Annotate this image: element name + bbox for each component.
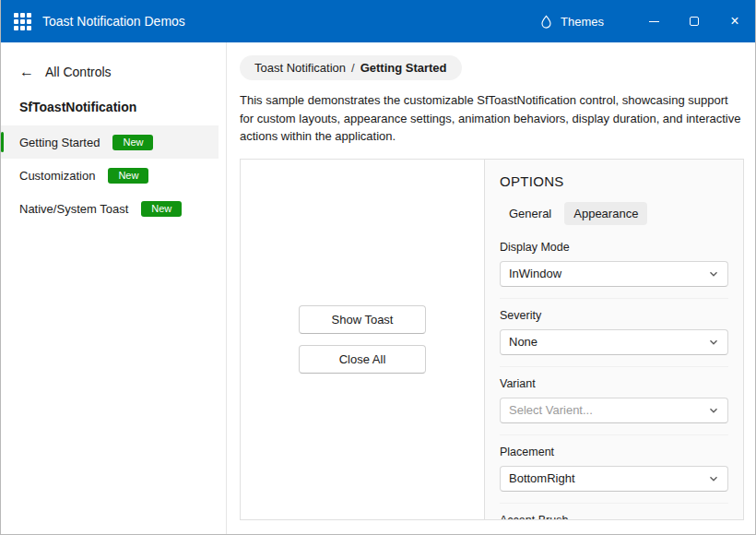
back-label: All Controls [45,65,112,79]
show-toast-button[interactable]: Show Toast [299,305,426,334]
chevron-down-icon [708,337,719,348]
placement-select[interactable]: BottomRight [500,466,728,492]
sidebar-item-getting-started[interactable]: Getting Started New [1,125,219,159]
field-label: Accent Brush [500,514,728,520]
demo-area: Show Toast Close All [241,160,484,520]
minimize-button[interactable] [633,0,674,42]
maximize-icon [690,17,699,26]
field-label: Severity [500,309,728,322]
breadcrumb-current: Getting Started [360,61,447,75]
field-variant: Variant Select Varient... [500,366,728,423]
sidebar-section-title: SfToastNotification [1,100,226,114]
window-title: Toast Notification Demos [42,14,185,29]
titlebar: Toast Notification Demos Themes × [1,0,755,42]
sidebar-item-native-system-toast[interactable]: Native/System Toast New [1,192,219,225]
close-all-button[interactable]: Close All [299,345,426,374]
variant-select[interactable]: Select Varient... [500,398,728,423]
severity-select[interactable]: None [500,329,728,355]
field-label: Variant [500,377,728,390]
sidebar: ← All Controls SfToastNotification Getti… [1,42,227,535]
sample-description: This sample demonstrates the customizabl… [240,91,744,146]
chevron-down-icon [708,268,719,279]
close-icon: × [730,14,738,29]
display-mode-select[interactable]: InWindow [500,261,728,287]
field-placement: Placement BottomRight [500,434,728,492]
back-to-all-controls-button[interactable]: ← All Controls [1,59,226,85]
field-accent-brush: Accent Brush Transparent [500,503,728,520]
field-severity: Severity None [500,298,728,355]
breadcrumb-separator: / [351,61,355,75]
field-label: Display Mode [500,241,728,254]
back-arrow-icon: ← [19,65,34,79]
minimize-icon [649,21,659,22]
new-badge: New [112,135,153,150]
nav-item-label: Getting Started [19,136,100,149]
select-value: InWindow [509,267,561,280]
app-window: Toast Notification Demos Themes × ← [0,0,756,535]
sample-panel: Show Toast Close All OPTIONS General App… [240,159,744,521]
new-badge: New [141,201,182,217]
breadcrumb-root[interactable]: Toast Notification [254,61,346,75]
main-content: Toast Notification / Getting Started Thi… [227,42,755,535]
close-button[interactable]: × [715,0,755,42]
select-value: Select Varient... [509,403,593,417]
themes-icon [539,15,553,29]
sidebar-item-customization[interactable]: Customization New [1,159,219,192]
select-value: None [509,335,537,349]
themes-button[interactable]: Themes [523,0,620,42]
sidebar-nav: Getting Started New Customization New Na… [1,125,226,225]
select-value: BottomRight [509,471,575,485]
breadcrumb: Toast Notification / Getting Started [240,55,462,80]
titlebar-controls: Themes × [523,0,755,42]
options-title: OPTIONS [500,173,728,189]
themes-label: Themes [561,15,604,29]
field-display-mode: Display Mode InWindow [500,231,728,287]
field-label: Placement [500,446,728,458]
new-badge: New [108,168,148,184]
nav-item-label: Native/System Toast [19,202,128,216]
options-panel: OPTIONS General Appearance Display Mode … [484,160,743,520]
maximize-button[interactable] [674,0,715,42]
chevron-down-icon [708,405,719,416]
tab-general[interactable]: General [500,202,561,225]
tab-appearance[interactable]: Appearance [564,202,647,225]
app-logo-icon [14,13,31,30]
chevron-down-icon [708,473,719,484]
options-tabs: General Appearance [500,202,728,225]
nav-item-label: Customization [19,169,95,183]
